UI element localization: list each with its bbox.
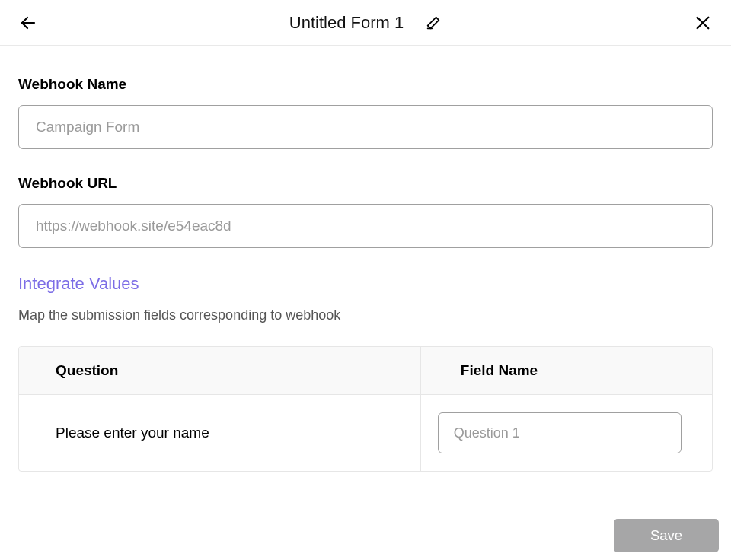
edit-icon [425, 14, 442, 31]
col-question: Question [19, 347, 421, 394]
mapping-table: Question Field Name Please enter your na… [18, 346, 713, 472]
arrow-left-icon [19, 14, 37, 32]
title-wrap: Untitled Form 1 [38, 13, 693, 33]
question-cell: Please enter your name [19, 395, 421, 471]
save-button[interactable]: Save [614, 519, 719, 552]
table-header: Question Field Name [19, 347, 712, 395]
content: Webhook Name Webhook URL Integrate Value… [0, 46, 731, 490]
integrate-desc: Map the submission fields corresponding … [18, 307, 713, 323]
webhook-name-input[interactable] [18, 105, 713, 149]
close-button[interactable] [693, 13, 713, 33]
field-name-cell [421, 395, 712, 471]
close-icon [694, 14, 711, 31]
footer: Save [0, 511, 731, 560]
field-name-input[interactable] [438, 412, 682, 453]
webhook-url-label: Webhook URL [18, 175, 713, 192]
back-button[interactable] [18, 13, 38, 33]
webhook-name-group: Webhook Name [18, 76, 713, 149]
edit-title-button[interactable] [425, 14, 442, 31]
col-field-name: Field Name [421, 347, 712, 394]
header: Untitled Form 1 [0, 0, 731, 46]
webhook-name-label: Webhook Name [18, 76, 713, 93]
table-row: Please enter your name [19, 395, 712, 471]
webhook-url-input[interactable] [18, 204, 713, 248]
integrate-title: Integrate Values [18, 274, 713, 294]
page-title: Untitled Form 1 [289, 13, 404, 33]
webhook-url-group: Webhook URL [18, 175, 713, 248]
